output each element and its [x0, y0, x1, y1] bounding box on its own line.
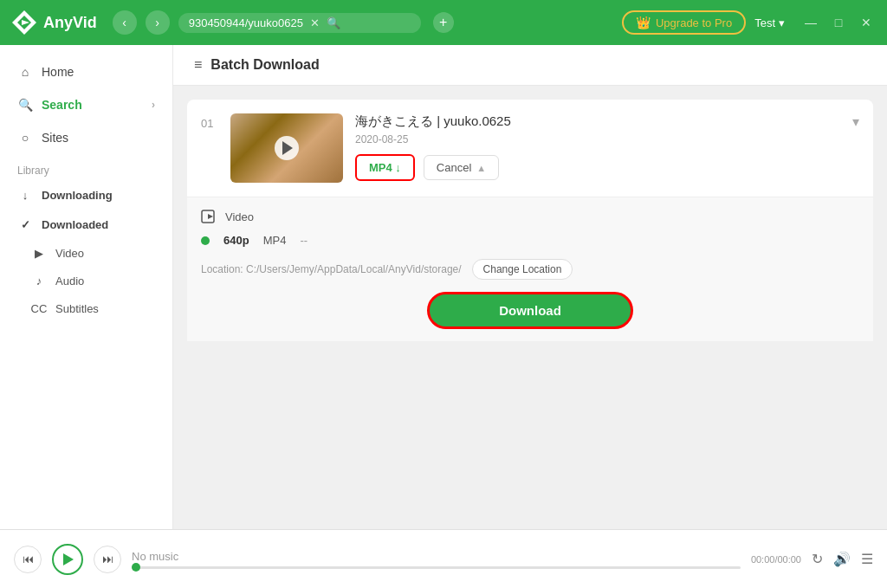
video-thumbnail[interactable]	[230, 113, 343, 183]
player-actions: ↻ 🔊 ☰	[812, 551, 873, 567]
progress-bar[interactable]	[132, 566, 741, 569]
minimize-button[interactable]: —	[800, 12, 821, 33]
downloaded-label: Downloaded	[42, 218, 108, 231]
player-bar: ⏮ ⏭ No music 00:00/00:00 ↻ 🔊 ☰	[0, 529, 887, 588]
video-section-icon	[201, 210, 218, 223]
back-button[interactable]: ‹	[113, 10, 137, 35]
prev-button[interactable]: ⏮	[14, 546, 42, 573]
play-triangle-icon	[282, 141, 293, 155]
volume-icon[interactable]: 🔊	[833, 551, 851, 567]
quality-label: 640p	[223, 234, 249, 247]
download-button[interactable]: Download	[427, 292, 633, 329]
quality-size: --	[300, 234, 308, 247]
crown-icon: 👑	[636, 16, 651, 29]
card-collapse-icon[interactable]: ▾	[852, 113, 859, 130]
player-track: No music	[132, 550, 741, 563]
change-location-button[interactable]: Change Location	[472, 259, 573, 280]
sites-label: Sites	[42, 131, 68, 145]
tab-url-text: 930450944/yuuko0625	[189, 16, 303, 29]
repeat-icon[interactable]: ↻	[812, 551, 823, 567]
content-body: 01 海がきこえる | yuuko.0625 2020-08-25 MP4 ↓	[173, 86, 887, 529]
sidebar-item-video[interactable]: ▶ Video	[0, 239, 172, 267]
batch-download-icon: ≡	[194, 57, 202, 73]
section-video-title: Video	[201, 210, 859, 223]
card-date: 2020-08-25	[355, 133, 859, 145]
sidebar: ⌂ Home 🔍 Search › ○ Sites Library ↓ Down…	[0, 45, 173, 529]
cancel-label: Cancel	[437, 161, 471, 174]
cancel-chevron-icon: ▲	[476, 163, 486, 173]
forward-button[interactable]: ›	[146, 10, 170, 35]
card-title: 海がきこえる | yuuko.0625	[355, 113, 859, 130]
progress-dot	[132, 563, 140, 572]
subtitles-sub-icon: CC	[31, 300, 47, 316]
sidebar-item-home[interactable]: ⌂ Home	[0, 55, 172, 88]
home-label: Home	[42, 65, 74, 79]
sites-icon: ○	[17, 130, 33, 145]
download-button-wrapper: Download	[201, 292, 859, 329]
user-dropdown-icon: ▾	[779, 16, 785, 29]
sidebar-item-subtitles[interactable]: CC Subtitles	[0, 294, 172, 322]
library-section-label: Library	[0, 154, 172, 180]
search-arrow-icon: ›	[152, 99, 155, 111]
card-info: 海がきこえる | yuuko.0625 2020-08-25 MP4 ↓ Can…	[355, 113, 859, 181]
main-layout: ⌂ Home 🔍 Search › ○ Sites Library ↓ Down…	[0, 45, 887, 529]
location-text: Location: C:/Users/Jemy/AppData/Local/An…	[201, 263, 462, 275]
playlist-icon[interactable]: ☰	[861, 551, 873, 567]
sidebar-item-downloaded[interactable]: ✓ Downloaded	[0, 210, 172, 239]
sidebar-item-sites[interactable]: ○ Sites	[0, 121, 172, 154]
subtitles-label: Subtitles	[55, 302, 99, 315]
play-overlay	[275, 136, 299, 160]
content-header: ≡ Batch Download	[173, 45, 887, 86]
quality-format: MP4	[263, 234, 287, 247]
app-logo: AnyVid	[10, 9, 97, 36]
upgrade-button[interactable]: 👑 Upgrade to Pro	[622, 10, 746, 35]
video-label: Video	[55, 247, 84, 260]
player-progress	[132, 566, 741, 569]
next-button[interactable]: ⏭	[94, 546, 121, 573]
sidebar-item-audio[interactable]: ♪ Audio	[0, 267, 172, 294]
sidebar-item-downloading[interactable]: ↓ Downloading	[0, 180, 172, 210]
sidebar-item-search[interactable]: 🔍 Search ›	[0, 88, 172, 121]
mp4-format-button[interactable]: MP4 ↓	[355, 154, 415, 181]
window-controls: — □ ✕	[800, 12, 877, 33]
logo-icon	[10, 9, 38, 36]
search-icon: 🔍	[17, 97, 33, 113]
svg-marker-4	[208, 214, 213, 219]
download-label: Download	[499, 303, 561, 318]
change-location-label: Change Location	[483, 263, 562, 275]
video-card: 01 海がきこえる | yuuko.0625 2020-08-25 MP4 ↓	[187, 100, 873, 341]
user-menu[interactable]: Test ▾	[754, 16, 785, 29]
quality-dot	[201, 236, 210, 245]
video-sub-icon: ▶	[31, 245, 47, 261]
downloading-label: Downloading	[42, 189, 113, 202]
card-expanded: Video 640p MP4 -- Location: C:/Users/Jem…	[187, 197, 873, 341]
section-video-label: Video	[225, 210, 254, 223]
upgrade-label: Upgrade to Pro	[656, 16, 732, 29]
play-icon	[63, 553, 74, 565]
downloading-icon: ↓	[17, 187, 33, 203]
page-title: Batch Download	[210, 57, 319, 73]
close-button[interactable]: ✕	[856, 12, 877, 33]
quality-row: 640p MP4 --	[201, 232, 859, 249]
downloaded-icon: ✓	[17, 216, 33, 232]
cancel-button[interactable]: Cancel ▲	[424, 155, 499, 180]
player-time: 00:00/00:00	[751, 554, 801, 565]
tab-url-bar: 930450944/yuuko0625 ✕ 🔍	[178, 13, 421, 33]
card-number: 01	[201, 113, 218, 130]
tab-search-icon[interactable]: 🔍	[327, 16, 340, 29]
audio-sub-icon: ♪	[31, 273, 47, 288]
tab-close-icon[interactable]: ✕	[310, 16, 320, 29]
player-info: No music	[132, 550, 741, 569]
card-actions: MP4 ↓ Cancel ▲	[355, 154, 859, 181]
mp4-label: MP4 ↓	[369, 161, 401, 174]
card-top: 01 海がきこえる | yuuko.0625 2020-08-25 MP4 ↓	[187, 100, 873, 197]
location-row: Location: C:/Users/Jemy/AppData/Local/An…	[201, 259, 859, 280]
play-button[interactable]	[52, 544, 83, 575]
new-tab-button[interactable]: +	[433, 12, 454, 33]
audio-label: Audio	[55, 275, 84, 288]
app-name: AnyVid	[43, 14, 97, 32]
home-icon: ⌂	[17, 64, 33, 80]
titlebar: AnyVid ‹ › 930450944/yuuko0625 ✕ 🔍 + 👑 U…	[0, 0, 887, 45]
maximize-button[interactable]: □	[828, 12, 849, 33]
search-label: Search	[42, 98, 82, 112]
